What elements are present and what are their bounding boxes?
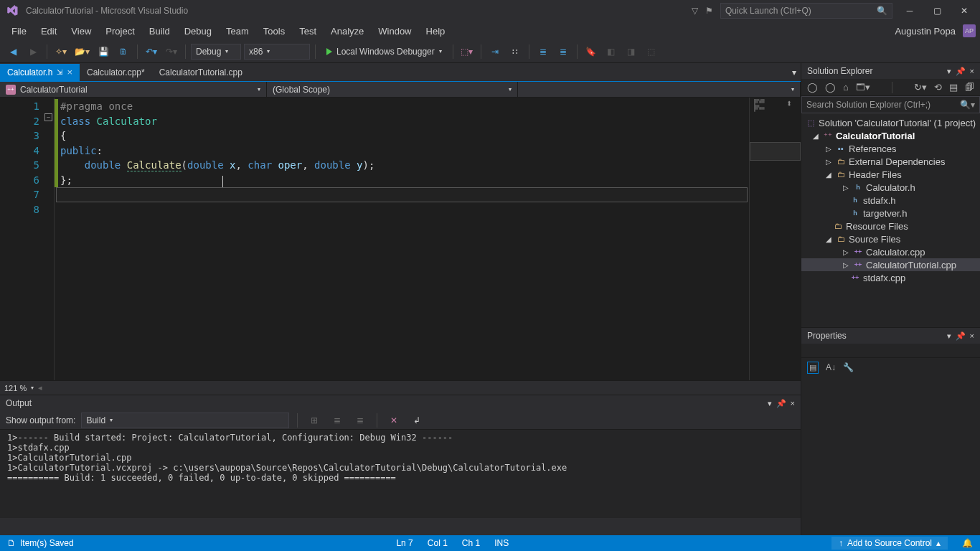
open-file-button[interactable]: 📂▾ [72,43,92,60]
menu-tools[interactable]: Tools [256,24,292,39]
zoom-level[interactable]: 121 % [4,384,27,392]
pin-icon[interactable]: 📌 [956,331,966,341]
close-icon[interactable]: × [67,67,72,77]
source-control-button[interactable]: ↑Add to Source Control▴ [831,537,948,550]
forward-button[interactable]: ▶ [24,43,42,60]
tree-file-targetver-h[interactable]: htargetver.h [801,207,980,220]
menu-test[interactable]: Test [292,24,324,39]
back-icon[interactable]: ◯ [807,82,818,93]
quick-launch-input[interactable]: Quick Launch (Ctrl+Q) 🔍 [720,3,892,19]
close-icon[interactable]: × [970,67,974,76]
refresh-icon[interactable]: ↻▾ [914,82,927,93]
clear-output-button[interactable]: ✕ [385,412,402,429]
project-context-dropdown[interactable]: ++CalculatorTutorial ▾ [0,82,267,97]
status-ch[interactable]: Ch 1 [462,538,480,548]
categorize-icon[interactable]: ▤ [807,362,819,374]
toolbar-button-5[interactable]: ⬚ [643,43,660,60]
tree-source-files[interactable]: ◢🗀Source Files [801,232,980,245]
minimize-button[interactable]: ─ [900,3,920,19]
back-button[interactable]: ◀ [4,43,22,60]
close-icon[interactable]: × [970,331,974,341]
menu-debug[interactable]: Debug [177,24,219,39]
undo-button[interactable]: ↶▾ [143,43,160,60]
redo-button[interactable]: ↷▾ [163,43,180,60]
menu-window[interactable]: Window [371,24,418,39]
scroll-left-icon[interactable]: ◂ [38,383,42,392]
code-content[interactable]: − #pragma once class Calculator { public… [55,98,749,380]
pin-icon[interactable]: ⇲ [57,68,62,76]
solution-tree[interactable]: ⬚Solution 'CalculatorTutorial' (1 projec… [801,113,980,327]
menu-project[interactable]: Project [98,24,141,39]
menu-edit[interactable]: Edit [34,24,64,39]
zoom-dropdown-icon[interactable]: ▾ [31,385,34,391]
fold-toggle[interactable]: − [44,113,52,121]
panel-dropdown-icon[interactable]: ▾ [947,67,951,76]
menu-team[interactable]: Team [219,24,256,39]
panel-dropdown-icon[interactable]: ▾ [947,331,951,341]
output-text[interactable]: 1>------ Build started: Project: Calcula… [0,430,801,518]
bookmark-button[interactable]: 🔖 [583,43,600,60]
start-debug-button[interactable]: Local Windows Debugger ▾ [321,43,448,60]
filter-icon[interactable]: ▽ [692,6,698,16]
close-icon[interactable]: × [791,399,795,408]
save-all-button[interactable]: 🗎 [115,43,132,60]
output-tool-3[interactable]: ≣ [352,412,369,429]
tree-file-tutorial-cpp[interactable]: ▷++CalculatorTutorial.cpp [801,258,980,271]
tree-references[interactable]: ▷▪▪References [801,142,980,155]
solution-explorer-search[interactable]: Search Solution Explorer (Ctrl+;) 🔍▾ [801,96,980,113]
tree-external-deps[interactable]: ▷🗀External Dependencies [801,155,980,168]
tree-solution[interactable]: ⬚Solution 'CalculatorTutorial' (1 projec… [801,116,980,129]
output-tool-1[interactable]: ⊞ [306,412,323,429]
sort-icon[interactable]: A↓ [826,362,836,372]
close-button[interactable]: ✕ [954,3,974,19]
notifications-icon[interactable]: ⚑ [705,6,713,16]
properties-icon[interactable]: 🗐 [965,82,974,93]
tab-dropdown-icon[interactable]: ▾ [792,67,796,77]
tree-project[interactable]: ◢⁺⁺CalculatorTutorial [801,129,980,142]
user-name[interactable]: Augustin Popa [890,26,960,37]
step-button[interactable]: ⇥ [486,43,504,60]
config-dropdown[interactable]: Debug▾ [191,44,241,60]
tree-header-files[interactable]: ◢🗀Header Files [801,168,980,181]
tree-file-calculator-h[interactable]: ▷hCalculator.h [801,181,980,194]
status-notifications[interactable]: 🔔 [962,538,973,548]
scope-dropdown[interactable]: (Global Scope)▾ [267,82,518,97]
code-minimap[interactable]: ⬍ ████ ██████ █████████ ███ █████ [749,98,801,380]
indent-button[interactable]: ≣ [534,43,552,60]
properties-selector[interactable] [801,344,980,358]
menu-view[interactable]: View [64,24,98,39]
tab-tutorial-cpp[interactable]: CalculatorTutorial.cpp [152,64,250,81]
status-line[interactable]: Ln 7 [396,538,413,548]
pin-icon[interactable]: 📌 [956,67,966,76]
forward-icon[interactable]: ◯ [825,82,836,93]
status-ins[interactable]: INS [494,538,509,548]
platform-dropdown[interactable]: x86▾ [244,44,310,60]
menu-analyze[interactable]: Analyze [324,24,371,39]
tab-calculator-cpp[interactable]: Calculator.cpp* [80,64,152,81]
member-dropdown[interactable]: ▾ [518,82,801,97]
maximize-button[interactable]: ▢ [927,3,947,19]
tree-resource-files[interactable]: 🗀Resource Files [801,220,980,232]
home-icon[interactable]: ⌂ [843,82,849,93]
status-col[interactable]: Col 1 [428,538,448,548]
minimap-viewport[interactable] [750,142,801,161]
tree-file-calculator-cpp[interactable]: ▷++Calculator.cpp [801,245,980,258]
output-tool-2[interactable]: ≣ [329,412,346,429]
collapse-icon[interactable]: ▤ [949,82,958,93]
code-editor[interactable]: 12345678 − #pragma once class Calculator… [0,98,801,380]
menu-build[interactable]: Build [142,24,177,39]
toolbar-button-3[interactable]: ◧ [603,43,620,60]
show-all-icon[interactable]: ⟲ [934,82,942,93]
word-wrap-button[interactable]: ↲ [408,412,425,429]
pin-icon[interactable]: 📌 [776,399,786,408]
new-project-button[interactable]: ✧▾ [52,43,70,60]
tab-calculator-h[interactable]: Calculator.h ⇲ × [0,64,80,81]
menu-file[interactable]: File [4,24,34,39]
save-button[interactable]: 💾 [95,43,112,60]
toolbar-button-4[interactable]: ◨ [623,43,640,60]
outdent-button[interactable]: ≣ [555,43,572,60]
tree-file-stdafx-cpp[interactable]: ++stdafx.cpp [801,271,980,284]
wrench-icon[interactable]: 🔧 [843,362,854,372]
output-source-dropdown[interactable]: Build▾ [81,413,289,428]
toolbar-button-2[interactable]: ∷ [507,43,524,60]
